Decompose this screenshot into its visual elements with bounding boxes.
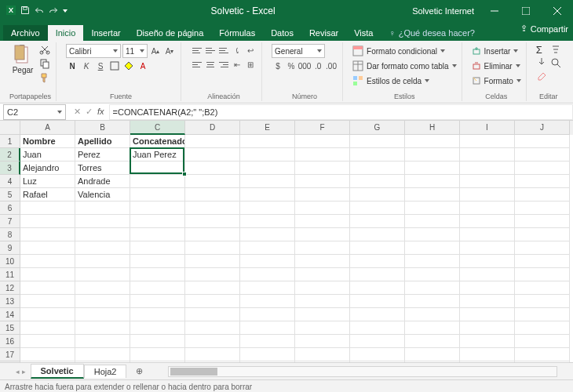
cell[interactable] [295, 228, 350, 241]
cell[interactable] [240, 135, 295, 148]
cell[interactable] [20, 321, 75, 335]
maximize-button[interactable] [510, 0, 542, 22]
cell[interactable] [185, 348, 240, 361]
cell[interactable] [20, 215, 75, 228]
cell[interactable] [295, 255, 350, 268]
cell[interactable] [130, 175, 185, 188]
cell[interactable] [515, 148, 570, 162]
cell[interactable] [295, 188, 350, 201]
row-header[interactable]: 14 [0, 308, 20, 321]
cell[interactable] [295, 281, 350, 295]
save-icon[interactable] [20, 5, 30, 16]
italic-button[interactable]: K [80, 60, 93, 72]
cell[interactable] [460, 148, 515, 162]
align-middle-icon[interactable] [204, 44, 217, 56]
cell[interactable] [405, 321, 460, 335]
cell[interactable] [515, 188, 570, 201]
cell[interactable] [240, 148, 295, 162]
cell[interactable] [405, 268, 460, 281]
cell[interactable] [130, 162, 185, 175]
cell[interactable] [515, 255, 570, 268]
undo-icon[interactable] [35, 5, 44, 16]
cut-icon[interactable] [39, 44, 50, 56]
cell[interactable] [515, 201, 570, 215]
cell[interactable] [75, 335, 130, 348]
cell[interactable] [75, 321, 130, 335]
cell[interactable] [130, 295, 185, 308]
cell[interactable] [75, 361, 130, 362]
qat-dropdown-icon[interactable] [63, 9, 68, 13]
cell[interactable] [185, 228, 240, 241]
cell[interactable] [405, 281, 460, 295]
cell[interactable] [240, 321, 295, 335]
font-size-select[interactable]: 11 [122, 44, 148, 58]
align-center-icon[interactable] [204, 58, 217, 71]
copy-icon[interactable] [39, 58, 50, 71]
cell[interactable] [460, 241, 515, 255]
cell[interactable] [515, 321, 570, 335]
cell[interactable]: Nombre [20, 135, 75, 148]
name-box[interactable]: C2 [3, 104, 66, 120]
cell[interactable] [20, 255, 75, 268]
cell[interactable] [75, 255, 130, 268]
cell[interactable] [185, 175, 240, 188]
cell[interactable] [75, 295, 130, 308]
cell[interactable] [75, 308, 130, 321]
row-header[interactable]: 18 [0, 361, 20, 362]
tab-insert[interactable]: Insertar [83, 25, 128, 41]
cell[interactable] [185, 321, 240, 335]
cell[interactable] [515, 361, 570, 362]
cell[interactable]: Torres [75, 162, 130, 175]
cell[interactable] [185, 268, 240, 281]
cell[interactable] [130, 335, 185, 348]
cell[interactable] [350, 335, 405, 348]
cell[interactable]: Juan [20, 148, 75, 162]
cell[interactable] [130, 308, 185, 321]
minimize-button[interactable] [479, 0, 510, 22]
account-name[interactable]: Solvetic Internet [412, 6, 479, 16]
cell[interactable] [515, 241, 570, 255]
cell[interactable] [185, 295, 240, 308]
sheet-tab-other[interactable]: Hoja2 [84, 365, 127, 378]
cell[interactable] [240, 335, 295, 348]
cell[interactable] [185, 201, 240, 215]
cell[interactable] [295, 148, 350, 162]
cell[interactable] [75, 348, 130, 361]
cell[interactable] [350, 162, 405, 175]
cell[interactable]: Luz [20, 175, 75, 188]
cell[interactable] [515, 281, 570, 295]
cancel-formula-icon[interactable]: ✕ [74, 107, 81, 117]
cell[interactable] [350, 148, 405, 162]
tab-layout[interactable]: Diseño de página [129, 25, 212, 41]
cell[interactable] [20, 241, 75, 255]
cell[interactable] [405, 348, 460, 361]
accept-formula-icon[interactable]: ✓ [86, 107, 93, 117]
cell[interactable] [185, 135, 240, 148]
cell[interactable] [75, 201, 130, 215]
cell[interactable] [20, 281, 75, 295]
cell[interactable] [185, 281, 240, 295]
cell[interactable] [295, 335, 350, 348]
tab-file[interactable]: Archivo [3, 25, 48, 41]
cell[interactable] [405, 241, 460, 255]
cell[interactable] [20, 361, 75, 362]
row-header[interactable]: 11 [0, 268, 20, 281]
cell[interactable] [350, 308, 405, 321]
cell[interactable] [405, 361, 460, 362]
add-sheet-button[interactable]: ⊕ [126, 365, 152, 378]
cell[interactable] [20, 348, 75, 361]
font-name-select[interactable]: Calibri [66, 44, 121, 58]
cell[interactable] [240, 228, 295, 241]
cell[interactable] [185, 241, 240, 255]
cell[interactable] [295, 308, 350, 321]
row-header[interactable]: 15 [0, 321, 20, 335]
cell[interactable] [20, 308, 75, 321]
cell[interactable] [20, 228, 75, 241]
cell[interactable] [295, 361, 350, 362]
cell[interactable] [130, 188, 185, 201]
cell[interactable] [460, 308, 515, 321]
decrease-font-icon[interactable]: A▾ [163, 45, 176, 57]
cell[interactable] [295, 135, 350, 148]
cell[interactable] [75, 268, 130, 281]
cell[interactable] [515, 215, 570, 228]
